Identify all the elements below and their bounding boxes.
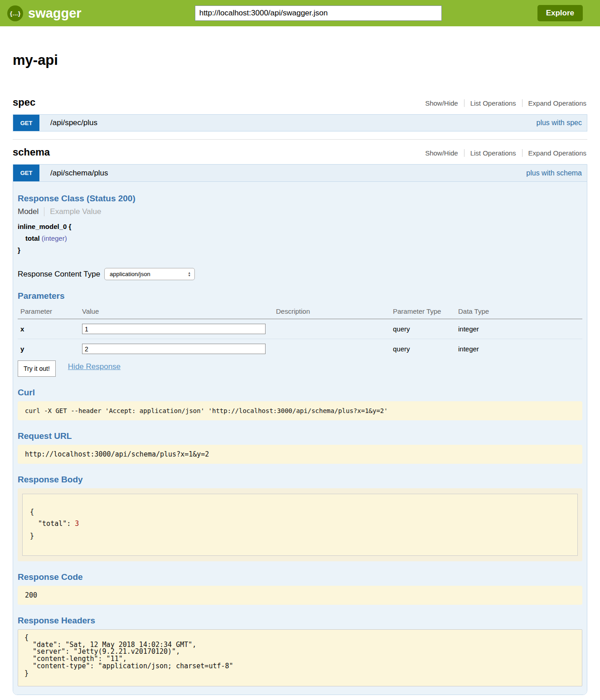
spec-url-input[interactable]: [195, 5, 442, 21]
response-body-outer: { "total": 3 }: [18, 488, 582, 561]
spec-operation-row[interactable]: GET /api/spec/plus plus with spec: [13, 114, 587, 131]
model-property-name: total: [25, 234, 40, 242]
spec-operation-path[interactable]: /api/spec/plus: [39, 115, 97, 131]
response-code-heading: Response Code: [18, 572, 582, 582]
response-content-type-select[interactable]: application/json ▲▼: [104, 268, 195, 280]
model-close-brace: }: [18, 244, 582, 256]
model-property: total (integer): [18, 233, 582, 244]
param-data-type-y: integer: [455, 339, 582, 359]
response-class-heading: Response Class (Status 200): [18, 194, 582, 204]
param-name-y: y: [18, 339, 79, 359]
schema-operation-path[interactable]: /api/schema/plus: [39, 165, 108, 181]
param-name-x: x: [18, 319, 79, 339]
top-header-bar: {…} swagger Explore: [0, 0, 600, 26]
param-value-input-x[interactable]: [82, 324, 266, 334]
param-description-y: [273, 339, 390, 359]
schema-section-controls: Show/Hide List Operations Expand Operati…: [419, 149, 587, 157]
col-value: Value: [79, 305, 273, 319]
page-title: my-api: [13, 52, 587, 68]
parameter-row-x: x query integer: [18, 319, 582, 339]
try-it-out-row: Try it out! Hide Response: [18, 360, 582, 377]
col-parameter-type: Parameter Type: [390, 305, 455, 319]
brand-title: swagger: [28, 6, 82, 21]
model-property-type: (integer): [42, 234, 67, 242]
response-headers-block: { "date": "Sat, 12 May 2018 14:02:34 GMT…: [18, 629, 582, 687]
spec-section-header: spec Show/Hide List Operations Expand Op…: [13, 97, 587, 108]
model-open-brace: inline_model_0 {: [18, 221, 582, 233]
spec-expand-operations-link[interactable]: Expand Operations: [523, 99, 587, 107]
col-description: Description: [273, 305, 390, 319]
swagger-logo-icon: {…}: [7, 5, 23, 21]
schema-operation-row[interactable]: GET /api/schema/plus plus with schema: [13, 165, 587, 182]
model-signature: inline_model_0 { total (integer) }: [18, 221, 582, 256]
schema-operation-summary-link[interactable]: plus with schema: [526, 165, 587, 181]
section-divider: [13, 139, 587, 140]
param-value-input-y[interactable]: [82, 344, 266, 354]
schema-operation-content: Response Class (Status 200) Model Exampl…: [13, 182, 587, 695]
col-parameter: Parameter: [18, 305, 79, 319]
response-content-type-selected: application/json: [110, 271, 150, 277]
response-headers-heading: Response Headers: [18, 616, 582, 626]
response-code-block: 200: [18, 586, 582, 605]
request-url-block: http://localhost:3000/api/schema/plus?x=…: [18, 445, 582, 464]
logo-glyph: {…}: [10, 10, 20, 17]
explore-button[interactable]: Explore: [537, 5, 583, 21]
parameters-table: Parameter Value Description Parameter Ty…: [18, 305, 582, 359]
try-it-out-button[interactable]: Try it out!: [18, 360, 56, 377]
param-data-type-x: integer: [455, 319, 582, 339]
request-url-heading: Request URL: [18, 431, 582, 441]
response-content-type-row: Response Content Type application/json ▲…: [18, 268, 582, 280]
spec-show-hide-link[interactable]: Show/Hide: [419, 99, 464, 107]
schema-list-operations-link[interactable]: List Operations: [465, 149, 522, 157]
json-open-brace: {: [30, 508, 34, 516]
signature-tabs: Model Example Value: [18, 207, 582, 216]
tab-example-value[interactable]: Example Value: [44, 207, 101, 216]
response-content-type-label: Response Content Type: [18, 270, 100, 279]
tab-model[interactable]: Model: [18, 207, 44, 216]
response-body-json: { "total": 3 }: [22, 494, 578, 556]
schema-section-title: schema: [13, 146, 50, 158]
parameters-header-row: Parameter Value Description Parameter Ty…: [18, 305, 582, 319]
curl-heading: Curl: [18, 388, 582, 398]
spec-operation-summary-link[interactable]: plus with spec: [537, 115, 587, 131]
spec-section-title: spec: [13, 97, 35, 108]
spec-list-operations-link[interactable]: List Operations: [465, 99, 522, 107]
curl-command-block: curl -X GET --header 'Accept: applicatio…: [18, 401, 582, 420]
json-close-brace: }: [30, 532, 34, 540]
param-type-y: query: [390, 339, 455, 359]
schema-expand-operations-link[interactable]: Expand Operations: [523, 149, 587, 157]
response-body-heading: Response Body: [18, 475, 582, 485]
schema-show-hide-link[interactable]: Show/Hide: [419, 149, 464, 157]
hide-response-link[interactable]: Hide Response: [68, 362, 121, 371]
col-data-type: Data Type: [455, 305, 582, 319]
param-type-x: query: [390, 319, 455, 339]
param-description-x: [273, 319, 390, 339]
parameter-row-y: y query integer: [18, 339, 582, 359]
select-arrows-icon: ▲▼: [188, 272, 191, 277]
parameters-heading: Parameters: [18, 291, 582, 301]
schema-operation-container: GET /api/schema/plus plus with schema Re…: [13, 164, 587, 695]
json-key: "total":: [30, 520, 75, 528]
schema-section-header: schema Show/Hide List Operations Expand …: [13, 146, 587, 158]
json-value: 3: [75, 520, 79, 528]
spec-section-controls: Show/Hide List Operations Expand Operati…: [419, 99, 587, 107]
schema-get-method-badge[interactable]: GET: [13, 165, 39, 181]
main-content: my-api spec Show/Hide List Operations Ex…: [13, 52, 587, 695]
spec-get-method-badge[interactable]: GET: [13, 115, 39, 131]
